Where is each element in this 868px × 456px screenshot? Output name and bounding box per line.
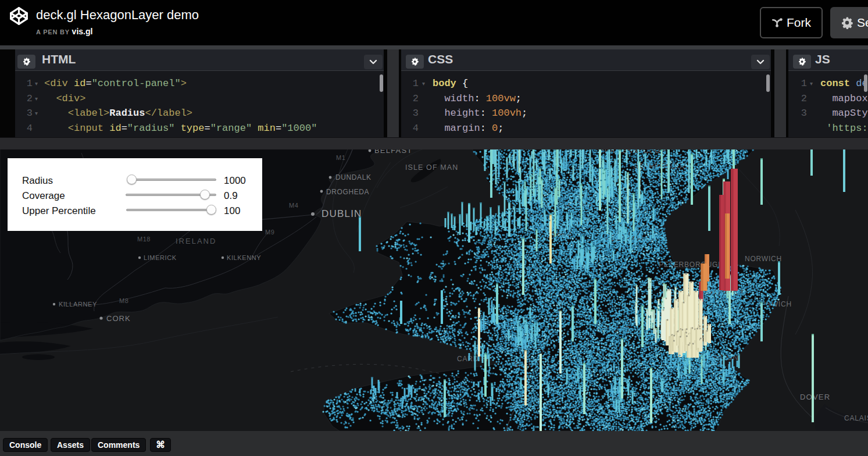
svg-text:LIMERICK: LIMERICK — [144, 254, 177, 261]
svg-text:CALAIS: CALAIS — [844, 414, 868, 422]
svg-text:IRELAND: IRELAND — [176, 237, 216, 245]
svg-text:CORK: CORK — [106, 314, 131, 323]
svg-text:PETERBOROUGH: PETERBOROUGH — [659, 261, 724, 269]
svg-text:M18: M18 — [137, 236, 151, 243]
svg-text:M4: M4 — [289, 202, 298, 209]
svg-text:DROGHEDA: DROGHEDA — [326, 188, 369, 196]
svg-text:NORWICH: NORWICH — [745, 255, 782, 263]
svg-text:ISLE OF MAN: ISLE OF MAN — [405, 163, 458, 172]
svg-text:M9: M9 — [265, 229, 274, 236]
svg-text:DOVER: DOVER — [800, 393, 830, 401]
svg-text:DUNDALK: DUNDALK — [335, 173, 372, 181]
svg-text:KILLARNEY: KILLARNEY — [59, 301, 97, 308]
svg-text:KILKENNY: KILKENNY — [227, 254, 261, 261]
svg-text:DUBLIN: DUBLIN — [322, 208, 362, 219]
svg-text:M1: M1 — [336, 154, 345, 161]
svg-text:BELFAST: BELFAST — [374, 149, 412, 155]
svg-text:M8: M8 — [119, 297, 128, 304]
